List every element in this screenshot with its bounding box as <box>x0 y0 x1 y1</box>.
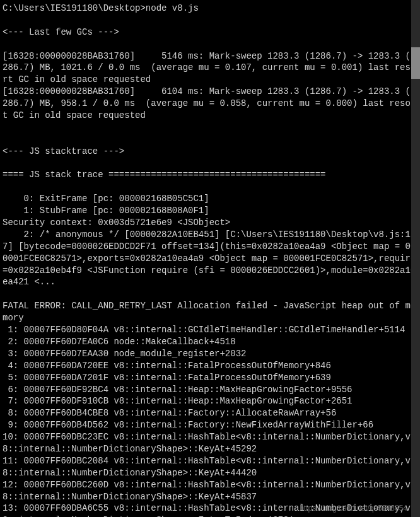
js-stack-trace-divider: ==== JS stack trace ====================… <box>3 170 325 180</box>
native-stack-line: 12: 00007FF60DBC260D v8::internal::HashT… <box>3 480 411 502</box>
native-stack-line: 4: 00007FF60DA720EE v8::internal::FatalP… <box>3 361 331 371</box>
gc-entry: [16328:000000028BAB31760] 5146 ms: Mark-… <box>3 51 416 85</box>
js-stacktrace-header: <--- JS stacktrace ---> <box>3 146 124 156</box>
security-context: Security context: 0x003d5721e6e9 <JSObje… <box>3 218 230 228</box>
native-stack-line: 7: 00007FF60DF910CB v8::internal::Heap::… <box>3 396 353 406</box>
gc-header: <--- Last few GCs ---> <box>3 27 119 37</box>
native-stack-line: 11: 00007FF60DBC2084 v8::internal::HashT… <box>3 456 411 478</box>
native-stack-line: 8: 00007FF60DB4CBE8 v8::internal::Factor… <box>3 408 336 418</box>
stack-frame: 0: ExitFrame [pc: 000002168B05C5C1] <box>3 194 209 204</box>
command-prompt: C:\Users\IES191180\Desktop>node v8.js <box>3 3 199 13</box>
native-stack-line: 10: 00007FF60DBC23EC v8::internal::HashT… <box>3 432 411 454</box>
terminal-output[interactable]: C:\Users\IES191180\Desktop>node v8.js <-… <box>3 3 419 517</box>
native-stack-line: 1: 00007FF60D80F04A v8::internal::GCIdle… <box>3 325 405 335</box>
native-stack-line: 3: 00007FF60D7EAA30 node_module_register… <box>3 349 246 359</box>
stack-frame: 2: /* anonymous */ [00000282A10EB451] [C… <box>3 229 416 288</box>
native-stack-line: 5: 00007FF60DA7201F v8::internal::FatalP… <box>3 373 331 383</box>
watermark: https://blog.csdn.net/q95548854 <box>300 503 407 513</box>
gc-entry: [16328:000000028BAB31760] 6104 ms: Mark-… <box>3 86 416 120</box>
stack-frame: 1: StubFrame [pc: 000002168B08A0F1] <box>3 206 209 216</box>
native-stack-line: 2: 00007FF60D7EA0C6 node::MakeCallback+4… <box>3 337 236 347</box>
fatal-error: FATAL ERROR: CALL_AND_RETRY_LAST Allocat… <box>3 301 416 323</box>
native-stack-line: 9: 00007FF60DB4D562 v8::internal::Factor… <box>3 420 373 430</box>
vertical-scrollbar[interactable] <box>411 0 420 517</box>
scrollbar-thumb[interactable] <box>411 47 420 79</box>
native-stack-line: 6: 00007FF60DF92BC4 v8::internal::Heap::… <box>3 385 353 395</box>
